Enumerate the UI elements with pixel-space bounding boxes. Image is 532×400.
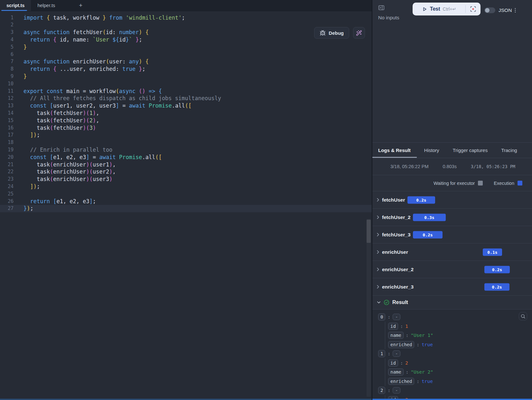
timeline-row[interactable]: enrichUser0.1s xyxy=(372,243,532,261)
line-number: 24 xyxy=(0,183,14,190)
ai-wand-button[interactable] xyxy=(353,27,365,39)
timeline-row[interactable]: enrichUser_20.2s xyxy=(372,261,532,278)
json-toggle[interactable] xyxy=(484,7,495,13)
result-header[interactable]: Result xyxy=(372,296,532,310)
code-lines: 1import { task, workflow } from 'windmil… xyxy=(0,11,372,212)
debug-label: Debug xyxy=(329,30,344,36)
code-text: task(enrichUser)(user1), xyxy=(23,161,116,168)
line-number: 19 xyxy=(0,146,14,154)
timeline-row[interactable]: fetchUser0.2s xyxy=(372,191,532,209)
field-key[interactable]: id xyxy=(388,359,398,367)
line-number: 26 xyxy=(0,198,14,205)
code-line[interactable]: 17 ]); xyxy=(0,131,372,139)
duration-badge: 0.2s xyxy=(484,266,510,273)
field-value: 1 xyxy=(405,324,408,329)
code-text: } xyxy=(23,73,27,80)
code-line[interactable]: 5} xyxy=(0,43,372,51)
field-key[interactable]: enriched xyxy=(388,341,414,348)
debug-button[interactable]: Debug xyxy=(314,27,349,39)
json-field-row: name:"User 1" xyxy=(388,331,532,340)
collapse-toggle[interactable]: - xyxy=(393,314,400,320)
collapse-panel-button[interactable] xyxy=(378,4,385,12)
code-text: return [e1, e2, e3]; xyxy=(23,198,96,205)
code-line[interactable]: 21 task(enrichUser)(user1), xyxy=(0,161,372,168)
focus-scan-icon xyxy=(470,6,476,12)
field-key[interactable]: name xyxy=(388,332,404,339)
editor-bottom-resize-line[interactable] xyxy=(0,399,372,400)
code-line[interactable]: 22 task(enrichUser)(user2), xyxy=(0,168,372,176)
test-button-group: Test Ctrl+↵ xyxy=(413,3,481,15)
code-line[interactable]: 1import { task, workflow } from 'windmil… xyxy=(0,14,372,22)
code-line[interactable]: 20 const [e1, e2, e3] = await Promise.al… xyxy=(0,154,372,161)
code-line[interactable]: 16 task(fetchUser)(3) xyxy=(0,124,372,132)
tab-script-ts[interactable]: script.ts xyxy=(0,0,31,11)
collapse-toggle[interactable]: - xyxy=(393,387,400,394)
code-line[interactable]: 15 task(fetchUser)(2), xyxy=(0,117,372,124)
json-field-row: name:"User 2" xyxy=(388,367,532,377)
editor-scrollbar[interactable] xyxy=(367,219,371,397)
timeline-row[interactable]: enrichUser_30.2s xyxy=(372,278,532,296)
job-name: fetchUser xyxy=(382,197,405,203)
code-line[interactable]: 19 // Enrich in parallel too xyxy=(0,146,372,154)
code-line[interactable]: 8 return { ...user, enriched: true }; xyxy=(0,65,372,73)
bug-icon xyxy=(320,30,326,36)
line-number: 12 xyxy=(0,95,14,102)
field-key[interactable]: id xyxy=(388,323,398,330)
code-line[interactable]: 26 return [e1, e2, e3]; xyxy=(0,198,372,205)
tab-logs-result[interactable]: Logs & Result xyxy=(378,148,411,153)
job-timeline: fetchUser0.2sfetchUser_20.3sfetchUser_30… xyxy=(372,191,532,296)
colon: : xyxy=(416,342,419,347)
code-line[interactable]: 10 xyxy=(0,80,372,88)
tab-history[interactable]: History xyxy=(424,148,439,153)
capture-button[interactable] xyxy=(466,3,481,15)
run-start-time: 3/18, 05:26:22 PM xyxy=(390,164,429,169)
index-key[interactable]: 0 xyxy=(378,313,385,320)
timeline-legend: Waiting for executor Execution xyxy=(372,175,532,191)
code-line[interactable]: 9} xyxy=(0,73,372,80)
more-options-button[interactable] xyxy=(511,6,519,15)
code-line[interactable]: 11export const main = workflow(async () … xyxy=(0,88,372,95)
editor-pane: script.ts helper.ts + 1import { task, wo… xyxy=(0,0,372,400)
code-line[interactable]: 27}); xyxy=(0,205,372,212)
code-line[interactable]: 7async function enrichUser(user: any) { xyxy=(0,58,372,65)
scrollbar-thumb[interactable] xyxy=(367,220,371,243)
tab-helper-ts[interactable]: helper.ts xyxy=(31,0,61,11)
line-number: 14 xyxy=(0,110,14,117)
result-json-viewer: 0:-id:1name:"User 1"enriched:true1:-id:2… xyxy=(372,310,532,400)
code-line[interactable]: 14 task(fetchUser)(1), xyxy=(0,110,372,117)
colon: : xyxy=(406,333,408,338)
chevron-right-icon xyxy=(376,285,380,289)
panel-bottom-resize-line[interactable] xyxy=(372,399,532,400)
index-key[interactable]: 1 xyxy=(378,350,385,357)
tab-tracing[interactable]: Tracing xyxy=(501,148,517,153)
index-key[interactable]: 2 xyxy=(378,387,385,394)
json-toggle-label: JSON xyxy=(499,7,512,13)
code-line[interactable]: 12 // All three fetches dispatch as chil… xyxy=(0,95,372,102)
code-line[interactable]: 13 const [user1, user2, user3] = await P… xyxy=(0,102,372,110)
new-tab-button[interactable]: + xyxy=(75,0,86,11)
code-editor[interactable]: 1import { task, workflow } from 'windmil… xyxy=(0,11,372,399)
timeline-row[interactable]: fetchUser_20.3s xyxy=(372,209,532,226)
line-number: 1 xyxy=(0,14,14,22)
code-line[interactable]: 6 xyxy=(0,51,372,58)
code-text: return { ...user, enriched: true }; xyxy=(23,65,145,73)
legend-execution-label: Execution xyxy=(494,181,514,186)
test-button[interactable]: Test Ctrl+↵ xyxy=(413,3,465,15)
json-fields: id:2name:"User 2"enriched:true xyxy=(385,358,532,386)
code-line[interactable]: 18 xyxy=(0,139,372,146)
field-key[interactable]: name xyxy=(388,368,404,376)
line-number: 4 xyxy=(0,36,14,43)
field-key[interactable]: enriched xyxy=(388,378,414,385)
code-line[interactable]: 24 ]); xyxy=(0,183,372,190)
timeline-row[interactable]: fetchUser_30.2s xyxy=(372,226,532,243)
editor-tabbar: script.ts helper.ts + xyxy=(0,0,372,11)
waiting-swatch xyxy=(478,181,483,186)
result-search-button[interactable] xyxy=(519,312,527,320)
chevron-right-icon xyxy=(376,215,380,219)
code-line[interactable]: 25 xyxy=(0,190,372,198)
code-text: ]); xyxy=(23,183,40,190)
tab-trigger-captures[interactable]: Trigger captures xyxy=(453,148,488,153)
collapse-toggle[interactable]: - xyxy=(393,350,400,357)
code-line[interactable]: 23 task(enrichUser)(user3) xyxy=(0,176,372,183)
json-index-row: 2:- xyxy=(378,386,532,395)
